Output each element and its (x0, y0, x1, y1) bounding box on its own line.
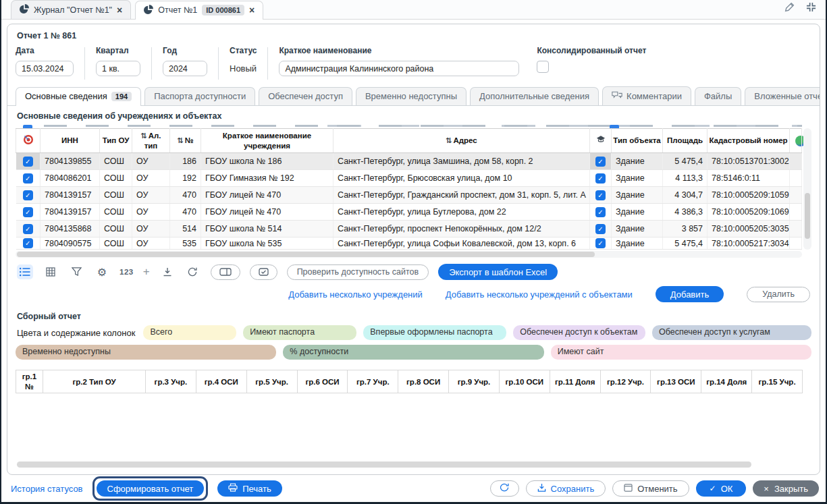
collapse-icon[interactable] (806, 2, 816, 14)
cell-num: 186 (170, 153, 201, 170)
export-excel-button[interactable]: Экспорт в шаблон Excel (438, 264, 558, 280)
tab-files[interactable]: Файлы (695, 87, 741, 105)
close-icon[interactable]: × (249, 5, 255, 15)
row-checkbox[interactable]: ✓ (23, 157, 33, 167)
col-header-site[interactable] (790, 129, 802, 153)
window-tab-report[interactable]: Отчет №1 ID 000861 × (135, 1, 263, 20)
refresh-button[interactable] (490, 480, 519, 497)
summary-col: гр.8 ОСИ (398, 370, 449, 393)
tab-passports[interactable]: Паспорта доступности (144, 87, 255, 105)
table-row[interactable]: ✓ 7804139157 СОШ ОУ 470 ГБОУ лицей № 470… (16, 187, 802, 204)
tab-main-info[interactable]: Основные сведения 194 (16, 87, 141, 106)
add-many-link[interactable]: Добавить несколько учреждений (288, 289, 423, 300)
table-row[interactable]: ✓ 7804090575 СОШ ОУ 535 ГБОУ школа № 535… (16, 237, 802, 250)
numbering-icon[interactable]: 123 (119, 268, 134, 276)
row-checkbox[interactable]: ✓ (23, 173, 33, 184)
add-plus-icon[interactable]: + (143, 265, 150, 279)
summary-col: гр.11 Доля (550, 370, 600, 393)
col-header-area[interactable]: Площадь (663, 129, 708, 153)
tab-access-provided[interactable]: Обеспечен доступ (259, 87, 352, 105)
app-window: Журнал "Отчет №1" × Отчет №1 ID 000861 ×… (0, 0, 827, 504)
add-button[interactable]: Добавить (656, 286, 724, 302)
sort-icon: ⇅ (140, 132, 146, 140)
cell-altype: ОУ (132, 221, 170, 237)
cell-objtype: Здание (612, 204, 663, 221)
list-view-icon[interactable] (17, 264, 33, 279)
summary-horizontal-scrollbar[interactable] (17, 461, 807, 468)
short-name-input[interactable] (279, 61, 519, 76)
grid-view-icon[interactable] (43, 264, 59, 279)
settings-gear-icon[interactable]: ⚙ (94, 264, 110, 279)
row-checkbox[interactable]: ✓ (23, 190, 33, 200)
table-row[interactable]: ✓ 7804086201 СОШ ОУ 192 ГБОУ Гимназия № … (16, 170, 802, 187)
tab-temporarily-unavailable[interactable]: Временно недоступны (356, 87, 466, 105)
consolidated-checkbox[interactable] (537, 61, 549, 73)
quarter-input[interactable] (96, 61, 140, 76)
legend-chip-passports: Имеют паспорта (243, 325, 356, 340)
table-row[interactable]: ✓ 7804135868 СОШ ОУ 514 ГБОУ школа № 514… (16, 221, 802, 237)
year-label: Год (163, 46, 207, 55)
summary-col: гр.7 Учр. (348, 370, 398, 393)
row-checkbox[interactable]: ✓ (23, 224, 33, 234)
cancel-button[interactable]: Отменить (612, 480, 689, 497)
edit-pencil-icon[interactable] (784, 1, 795, 15)
ok-button[interactable]: ✓ ОК (696, 480, 747, 497)
add-many-objects-link[interactable]: Добавить несколько учреждений с объектам… (446, 289, 633, 300)
col-header-cadastre[interactable]: Кадастровый номер (708, 129, 790, 153)
save-button[interactable]: Сохранить (526, 480, 606, 497)
object-checkbox[interactable]: ✓ (595, 190, 606, 200)
close-icon[interactable]: × (117, 5, 122, 15)
delete-button[interactable]: Удалить (747, 287, 810, 302)
tab-nested-reports[interactable]: Вложенные отчеты (745, 87, 820, 105)
refresh-icon[interactable] (185, 264, 201, 279)
scrollbar-thumb[interactable] (17, 252, 595, 257)
col-header-address[interactable]: ⇅Адрес (334, 129, 590, 153)
col-header-altype[interactable]: ⇅Ал. тип (132, 129, 170, 153)
cell-cadastre: 78:10:0005205:3035 (708, 221, 790, 237)
object-checkbox[interactable]: ✓ (595, 224, 606, 234)
col-header-num[interactable]: ⇅№ (170, 129, 201, 153)
horizontal-scrollbar[interactable] (16, 251, 802, 258)
cell-altype: ОУ (132, 237, 170, 250)
summary-header-row: гр.1 № гр.2 Тип ОУ гр.3 Учр. гр.4 ОСИ гр… (16, 370, 803, 393)
printer-icon (228, 483, 238, 494)
target-column-header[interactable] (16, 129, 41, 153)
date-input[interactable] (16, 61, 74, 76)
check-sites-button[interactable]: Проверить доступность сайтов (287, 264, 429, 280)
cell-name: ГБОУ Гимназия № 192 (201, 170, 334, 187)
tab-comments[interactable]: Комментарии (602, 86, 691, 105)
vertical-scrollbar[interactable] (803, 128, 811, 250)
tab-additional-info[interactable]: Дополнительные сведения (470, 87, 599, 105)
filter-icon[interactable] (68, 264, 84, 279)
col-header-inn[interactable]: ИНН (41, 129, 100, 153)
row-checkbox[interactable]: ✓ (23, 238, 33, 248)
scrollbar-thumb[interactable] (17, 461, 751, 468)
generate-report-button[interactable]: Сформировать отчет (97, 480, 205, 497)
cell-type: СОШ (100, 170, 132, 187)
row-checkbox[interactable]: ✓ (23, 207, 33, 217)
object-column-header[interactable] (590, 129, 612, 153)
summary-title: Сборный отчет (17, 312, 811, 321)
table-row[interactable]: ✓ 7804139855 СОШ ОУ 186 ГБОУ школа № 186… (16, 153, 802, 170)
table-row[interactable]: ✓ 7804139157 СОШ ОУ 470 ГБОУ лицей № 470… (16, 204, 802, 221)
col-header-objtype[interactable]: Тип объекта (612, 129, 663, 153)
year-input[interactable] (163, 61, 207, 76)
object-checkbox[interactable]: ✓ (595, 157, 606, 167)
download-icon[interactable] (159, 264, 176, 279)
scrollbar-thumb[interactable] (805, 193, 810, 239)
window-tab-journal[interactable]: Журнал "Отчет №1" × (11, 0, 131, 19)
col-header-name[interactable]: Краткое наименование учреждения (201, 129, 334, 153)
tab-label: Временно недоступны (365, 91, 457, 101)
col-header-type[interactable]: Тип ОУ (100, 129, 132, 153)
close-button[interactable]: × Закрыть (753, 480, 819, 497)
object-checkbox[interactable]: ✓ (595, 173, 606, 184)
split-view-button[interactable] (211, 264, 240, 280)
cell-cadastre: 78:10:0513701:3002 (708, 153, 790, 170)
summary-col: гр.12 Учр. (600, 370, 651, 393)
object-checkbox[interactable]: ✓ (595, 207, 606, 217)
field-short-name: Краткое наименование (279, 46, 519, 76)
print-button[interactable]: Печать (217, 480, 282, 497)
select-all-button[interactable] (250, 264, 277, 280)
object-checkbox[interactable]: ✓ (595, 238, 606, 248)
status-history-link[interactable]: История статусов (11, 484, 83, 494)
